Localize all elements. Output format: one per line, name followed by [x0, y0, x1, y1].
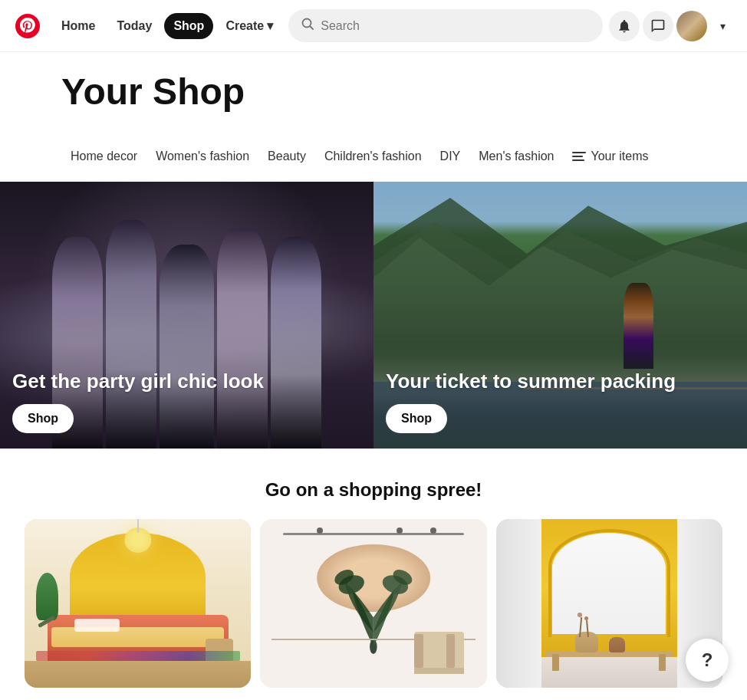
page-content: Your Shop Home decor Women's fashion Bea…	[0, 52, 747, 688]
main-nav: Home Today Shop Create ▾	[52, 12, 282, 39]
hero-party-shop-button[interactable]: Shop	[12, 404, 74, 433]
hero-party-content: Get the party girl chic look Shop	[12, 370, 361, 433]
messages-button[interactable]	[643, 11, 673, 41]
hero-banner-party: Get the party girl chic look Shop	[0, 182, 374, 449]
spree-title: Go on a shopping spree!	[12, 479, 735, 501]
header-actions: ▾	[609, 11, 735, 41]
notification-button[interactable]	[609, 11, 640, 41]
hero-section: Get the party girl chic look Shop	[0, 182, 747, 449]
nav-create[interactable]: Create ▾	[216, 12, 282, 39]
help-button[interactable]: ?	[686, 639, 729, 682]
spree-section: Go on a shopping spree!	[0, 449, 747, 688]
logo[interactable]	[12, 11, 43, 41]
product-grid	[12, 519, 735, 688]
category-mens-fashion[interactable]: Men's fashion	[469, 143, 563, 169]
your-items-tab[interactable]: Your items	[563, 143, 657, 169]
category-beauty[interactable]: Beauty	[258, 143, 315, 169]
chevron-down-icon: ▾	[267, 18, 273, 33]
account-chevron-icon[interactable]: ▾	[710, 14, 735, 38]
search-icon	[301, 17, 314, 35]
category-womens-fashion[interactable]: Women's fashion	[146, 143, 258, 169]
category-nav: Home decor Women's fashion Beauty Childr…	[0, 143, 747, 169]
page-title: Your Shop	[61, 71, 686, 113]
svg-point-1	[303, 19, 311, 28]
header: Home Today Shop Create ▾	[0, 0, 747, 52]
hero-party-title: Get the party girl chic look	[12, 370, 361, 393]
category-childrens-fashion[interactable]: Children's fashion	[315, 143, 431, 169]
search-bar[interactable]	[288, 9, 603, 42]
product-card-bedroom[interactable]	[25, 519, 251, 688]
svg-point-0	[15, 14, 40, 38]
category-home-decor[interactable]: Home decor	[61, 143, 146, 169]
avatar[interactable]	[676, 11, 707, 41]
hero-summer-content: Your ticket to summer packing Shop	[386, 370, 735, 433]
shop-title-section: Your Shop	[0, 52, 747, 143]
product-card-abstract[interactable]	[260, 519, 486, 688]
category-diy[interactable]: DIY	[431, 143, 470, 169]
nav-shop[interactable]: Shop	[164, 13, 213, 39]
search-input[interactable]	[321, 19, 591, 33]
hero-summer-title: Your ticket to summer packing	[386, 370, 735, 393]
hero-summer-shop-button[interactable]: Shop	[386, 404, 447, 433]
nav-today[interactable]: Today	[107, 13, 161, 39]
nav-home[interactable]: Home	[52, 13, 104, 39]
list-icon	[572, 152, 586, 161]
hero-banner-summer: Your ticket to summer packing Shop	[374, 182, 747, 449]
